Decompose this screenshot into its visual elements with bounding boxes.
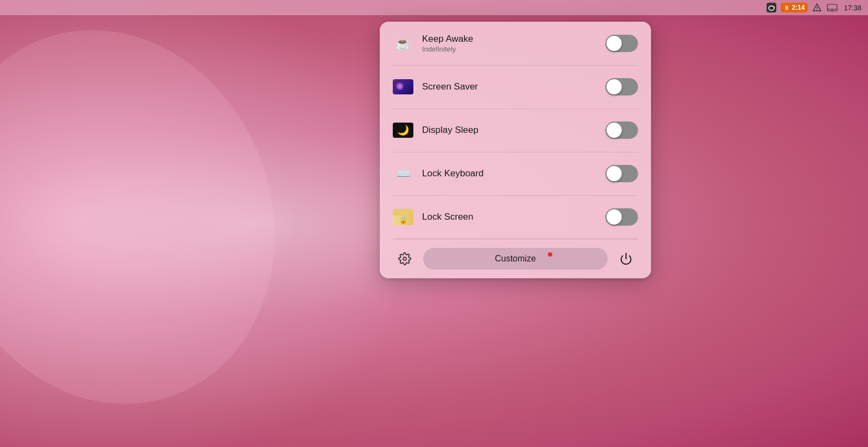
toggle-knob	[607, 166, 622, 181]
lock-screen-icon: 🔒	[393, 209, 413, 225]
screen-saver-text: Screen Saver	[422, 81, 605, 92]
network-icon[interactable]	[826, 3, 838, 12]
lock-screen-toggle[interactable]	[605, 208, 638, 226]
keep-awake-sublabel: Indefinitely	[422, 45, 605, 53]
lock-screen-icon-container: 🔒	[393, 207, 413, 227]
pause-icon: ⏸	[784, 5, 789, 11]
menubar: ⏸ 2:14 17:38	[0, 0, 868, 15]
keep-awake-toggle[interactable]	[605, 35, 638, 52]
lock-screen-label: Lock Screen	[422, 212, 605, 222]
lock-keyboard-icon-container: ⌨️	[393, 163, 413, 184]
toggle-knob	[607, 123, 622, 138]
keep-awake-icon: ☕	[393, 33, 413, 54]
gear-icon	[398, 252, 411, 265]
display-sleep-icon-container: 🌙	[393, 120, 413, 141]
menu-bottom-bar: Customize	[380, 239, 651, 278]
display-sleep-toggle[interactable]	[605, 122, 638, 139]
lock-screen-text: Lock Screen	[422, 212, 605, 222]
screen-saver-label: Screen Saver	[422, 81, 605, 92]
screen-saver-icon-container	[393, 76, 413, 97]
svg-point-9	[403, 257, 406, 260]
keep-awake-text: Keep Awake Indefinitely	[422, 34, 605, 53]
toggle-knob	[607, 79, 622, 94]
display-sleep-label: Display Sleep	[422, 125, 605, 136]
power-button[interactable]	[614, 247, 638, 271]
display-sleep-text: Display Sleep	[422, 125, 605, 136]
lock-keyboard-label: Lock Keyboard	[422, 168, 605, 179]
power-icon	[620, 252, 633, 265]
settings-button[interactable]	[393, 247, 417, 271]
customize-badge	[548, 252, 552, 257]
svg-rect-0	[767, 3, 776, 12]
screen-saver-icon	[393, 79, 413, 94]
svg-rect-2	[769, 6, 774, 7]
customize-label: Customize	[495, 254, 536, 264]
toggle-knob	[607, 36, 622, 51]
menu-item-lock-screen: 🔒 Lock Screen	[380, 195, 651, 239]
display-sleep-icon: 🌙	[393, 123, 413, 138]
popup-menu: ☕ Keep Awake Indefinitely Screen Saver 🌙…	[380, 22, 651, 278]
alert-icon[interactable]	[811, 3, 823, 12]
lock-keyboard-toggle[interactable]	[605, 165, 638, 182]
menu-item-display-sleep: 🌙 Display Sleep	[380, 108, 651, 152]
lungo-app-icon[interactable]	[765, 3, 777, 12]
lock-keyboard-text: Lock Keyboard	[422, 168, 605, 179]
menu-item-screen-saver: Screen Saver	[380, 65, 651, 108]
menubar-clock: 17:38	[844, 4, 861, 12]
menubar-timer[interactable]: ⏸ 2:14	[781, 3, 808, 12]
menu-item-keep-awake: ☕ Keep Awake Indefinitely	[380, 22, 651, 65]
toggle-knob	[607, 209, 622, 225]
menu-item-lock-keyboard: ⌨️ Lock Keyboard	[380, 152, 651, 195]
lock-keyboard-icon: ⌨️	[396, 167, 411, 181]
screen-saver-toggle[interactable]	[605, 78, 638, 95]
svg-point-4	[817, 9, 818, 10]
keep-awake-label: Keep Awake	[422, 34, 605, 44]
customize-button[interactable]: Customize	[423, 248, 608, 270]
timer-value: 2:14	[792, 4, 805, 11]
